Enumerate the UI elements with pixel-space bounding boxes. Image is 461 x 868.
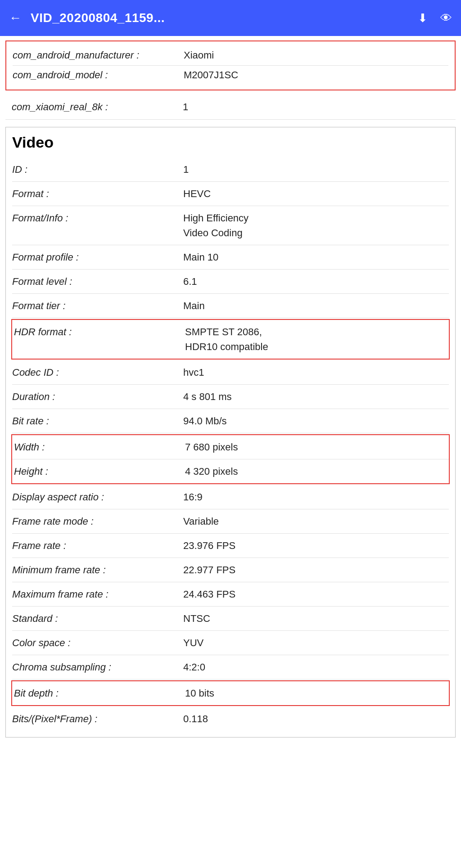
hdr-format-row: HDR format : SMPTE ST 2086,HDR10 compati… <box>14 324 447 355</box>
format-level-key: Format level : <box>12 274 183 289</box>
bit-rate-value: 94.0 Mb/s <box>183 414 449 428</box>
format-profile-value: Main 10 <box>183 250 449 265</box>
standard-value: NTSC <box>183 611 449 626</box>
max-frame-rate-key: Maximum frame rate : <box>12 587 183 602</box>
max-frame-rate-row: Maximum frame rate : 24.463 FPS <box>12 582 449 607</box>
header-actions: ⬇ 👁 <box>418 11 452 25</box>
bits-pixel-frame-row: Bits/(Pixel*Frame) : 0.118 <box>12 707 449 731</box>
min-frame-rate-row: Minimum frame rate : 22.977 FPS <box>12 558 449 582</box>
model-key: com_android_model : <box>13 68 184 82</box>
id-value: 1 <box>183 162 449 177</box>
frame-rate-mode-row: Frame rate mode : Variable <box>12 509 449 534</box>
back-button[interactable]: ← <box>9 11 22 25</box>
display-aspect-ratio-row: Display aspect ratio : 16:9 <box>12 485 449 509</box>
format-info-key: Format/Info : <box>12 211 183 225</box>
xiaomi-real8k-key: com_xiaomi_real_8k : <box>12 100 183 114</box>
model-value: M2007J1SC <box>184 69 448 81</box>
codec-id-row: Codec ID : hvc1 <box>12 360 449 385</box>
frame-rate-mode-key: Frame rate mode : <box>12 514 183 529</box>
eye-icon[interactable]: 👁 <box>440 11 452 25</box>
main-content: com_android_manufacturer : Xiaomi com_an… <box>0 40 461 738</box>
frame-rate-row: Frame rate : 23.976 FPS <box>12 534 449 558</box>
width-key: Width : <box>14 440 185 454</box>
color-space-key: Color space : <box>12 635 183 650</box>
codec-id-value: hvc1 <box>183 365 449 380</box>
xiaomi-real8k-value: 1 <box>183 101 449 113</box>
format-level-row: Format level : 6.1 <box>12 270 449 294</box>
bits-pixel-frame-value: 0.118 <box>183 711 449 726</box>
video-section: Video ID : 1 Format : HEVC Format/Info :… <box>5 127 456 738</box>
download-icon[interactable]: ⬇ <box>418 11 428 25</box>
bit-depth-key: Bit depth : <box>14 686 185 701</box>
format-tier-value: Main <box>183 298 449 313</box>
manufacturer-key: com_android_manufacturer : <box>13 49 184 63</box>
max-frame-rate-value: 24.463 FPS <box>183 587 449 602</box>
color-space-value: YUV <box>183 635 449 650</box>
codec-id-key: Codec ID : <box>12 365 183 380</box>
bit-depth-value: 10 bits <box>185 686 447 701</box>
xiaomi-real8k-section: com_xiaomi_real_8k : 1 <box>5 95 456 120</box>
height-value: 4 320 pixels <box>185 464 447 479</box>
manufacturer-value: Xiaomi <box>184 49 448 61</box>
duration-value: 4 s 801 ms <box>183 389 449 404</box>
frame-rate-mode-value: Variable <box>183 514 449 529</box>
color-space-row: Color space : YUV <box>12 631 449 655</box>
frame-rate-key: Frame rate : <box>12 538 183 553</box>
format-value: HEVC <box>183 186 449 201</box>
id-key: ID : <box>12 162 183 177</box>
manufacturer-model-box: com_android_manufacturer : Xiaomi com_an… <box>5 40 456 90</box>
format-info-value: High EfficiencyVideo Coding <box>183 211 449 240</box>
format-key: Format : <box>12 186 183 201</box>
chroma-subsampling-value: 4:2:0 <box>183 660 449 675</box>
width-value: 7 680 pixels <box>185 440 447 454</box>
chroma-subsampling-key: Chroma subsampling : <box>12 660 183 675</box>
model-row: com_android_model : M2007J1SC <box>13 66 448 85</box>
height-key: Height : <box>14 464 185 479</box>
format-tier-key: Format tier : <box>12 298 183 313</box>
format-profile-key: Format profile : <box>12 250 183 265</box>
min-frame-rate-key: Minimum frame rate : <box>12 562 183 577</box>
hdr-format-value: SMPTE ST 2086,HDR10 compatible <box>185 324 447 354</box>
bit-depth-row: Bit depth : 10 bits <box>14 685 447 702</box>
manufacturer-row: com_android_manufacturer : Xiaomi <box>13 46 448 66</box>
standard-row: Standard : NTSC <box>12 607 449 631</box>
header-title: VID_20200804_1159... <box>31 11 418 25</box>
standard-key: Standard : <box>12 611 183 626</box>
bit-rate-row: Bit rate : 94.0 Mb/s <box>12 409 449 433</box>
duration-key: Duration : <box>12 389 183 404</box>
chroma-subsampling-row: Chroma subsampling : 4:2:0 <box>12 655 449 679</box>
format-level-value: 6.1 <box>183 274 449 289</box>
min-frame-rate-value: 22.977 FPS <box>183 562 449 577</box>
bits-pixel-frame-key: Bits/(Pixel*Frame) : <box>12 711 183 726</box>
frame-rate-value: 23.976 FPS <box>183 538 449 553</box>
format-profile-row: Format profile : Main 10 <box>12 245 449 270</box>
duration-row: Duration : 4 s 801 ms <box>12 385 449 409</box>
display-aspect-ratio-key: Display aspect ratio : <box>12 490 183 504</box>
xiaomi-real8k-row: com_xiaomi_real_8k : 1 <box>12 98 449 117</box>
format-row: Format : HEVC <box>12 182 449 206</box>
bit-depth-highlighted-row: Bit depth : 10 bits <box>11 680 450 706</box>
bit-rate-key: Bit rate : <box>12 414 183 428</box>
app-header: ← VID_20200804_1159... ⬇ 👁 <box>0 0 461 36</box>
format-tier-row: Format tier : Main <box>12 294 449 318</box>
format-info-row: Format/Info : High EfficiencyVideo Codin… <box>12 206 449 245</box>
width-row: Width : 7 680 pixels <box>12 435 449 459</box>
hdr-format-highlighted-row: HDR format : SMPTE ST 2086,HDR10 compati… <box>11 319 450 360</box>
display-aspect-ratio-value: 16:9 <box>183 490 449 504</box>
id-row: ID : 1 <box>12 157 449 182</box>
height-row: Height : 4 320 pixels <box>12 459 449 483</box>
dimensions-highlighted-group: Width : 7 680 pixels Height : 4 320 pixe… <box>11 434 450 484</box>
video-section-title: Video <box>12 134 449 151</box>
hdr-format-key: HDR format : <box>14 324 185 339</box>
